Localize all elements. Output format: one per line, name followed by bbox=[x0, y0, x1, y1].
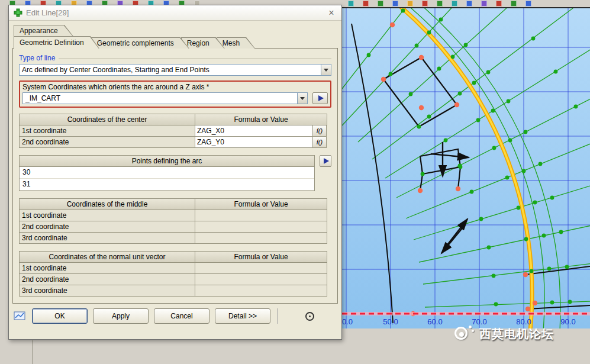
axis-tick-label: 0.0 bbox=[342, 317, 358, 326]
mesh-node[interactable] bbox=[574, 105, 578, 109]
toolbar-icon[interactable] bbox=[481, 1, 487, 7]
geometry-point[interactable] bbox=[454, 102, 459, 107]
viewport-canvas[interactable] bbox=[342, 8, 590, 328]
thumbnail-icon[interactable] bbox=[14, 311, 27, 321]
geometry-point[interactable] bbox=[419, 55, 424, 60]
mesh-node[interactable] bbox=[458, 92, 462, 96]
mesh-node[interactable] bbox=[492, 146, 496, 150]
toolbar-icon[interactable] bbox=[496, 1, 502, 7]
edit-points-button[interactable] bbox=[320, 155, 331, 167]
geometry-point[interactable] bbox=[419, 105, 424, 110]
geometry-line[interactable] bbox=[458, 167, 460, 189]
geometry-point[interactable] bbox=[381, 77, 386, 82]
mesh-node[interactable] bbox=[409, 92, 413, 96]
tab-appearance[interactable]: Appearance bbox=[14, 25, 73, 36]
mesh-node[interactable] bbox=[533, 201, 537, 205]
mesh-node[interactable] bbox=[487, 246, 491, 250]
toolbar-icon[interactable] bbox=[511, 1, 517, 7]
mesh-node[interactable] bbox=[367, 53, 371, 57]
mesh-node[interactable] bbox=[547, 267, 552, 271]
mesh-node[interactable] bbox=[508, 138, 512, 143]
mesh-node[interactable] bbox=[550, 196, 554, 200]
toolbar-icon[interactable] bbox=[363, 1, 369, 7]
center-x-field[interactable]: ZAG_X0 bbox=[195, 125, 313, 137]
mesh-node[interactable] bbox=[486, 70, 491, 75]
geometry-line[interactable] bbox=[420, 174, 423, 191]
toolbar-icon[interactable] bbox=[348, 1, 354, 7]
toolbar-icon[interactable] bbox=[437, 1, 443, 7]
geometry-point[interactable] bbox=[525, 307, 530, 311]
mesh-node[interactable] bbox=[565, 265, 569, 269]
mesh-node[interactable] bbox=[417, 125, 421, 129]
graphics-viewport[interactable]: 0.050.060.070.080.090.0 bbox=[342, 7, 590, 328]
mesh-node[interactable] bbox=[439, 18, 443, 22]
ok-button[interactable]: OK bbox=[32, 308, 88, 324]
mesh-node[interactable] bbox=[530, 269, 534, 273]
mesh-node[interactable] bbox=[421, 172, 425, 176]
arc-points-list[interactable]: 30 31 bbox=[19, 166, 315, 191]
geometry-point[interactable] bbox=[533, 301, 537, 305]
arc-point-item[interactable]: 31 bbox=[20, 179, 314, 191]
geometry-point[interactable] bbox=[418, 188, 423, 193]
toolbar-icon[interactable] bbox=[378, 1, 383, 7]
mesh-node[interactable] bbox=[554, 70, 558, 74]
toolbar-icon[interactable] bbox=[466, 1, 472, 7]
coord-system-select[interactable]: _IM_CART bbox=[22, 92, 308, 104]
mesh-node[interactable] bbox=[539, 162, 543, 166]
mesh-node[interactable] bbox=[459, 165, 463, 169]
mesh-node[interactable] bbox=[444, 138, 448, 143]
mesh-node[interactable] bbox=[437, 67, 441, 71]
mesh-node[interactable] bbox=[479, 217, 483, 221]
geometry-point[interactable] bbox=[390, 22, 395, 27]
mesh-node[interactable] bbox=[464, 43, 468, 47]
mesh-node[interactable] bbox=[492, 274, 496, 278]
mesh-node[interactable] bbox=[507, 99, 511, 104]
mesh-node[interactable] bbox=[415, 44, 419, 48]
mesh-node[interactable] bbox=[451, 55, 455, 59]
detail-button[interactable]: Detail >> bbox=[215, 308, 270, 324]
mesh-node[interactable] bbox=[531, 37, 536, 41]
arc-point-item[interactable]: 30 bbox=[20, 167, 314, 179]
dialog-titlebar[interactable]: Edit Line[29] × bbox=[9, 5, 341, 21]
tab-geometric-complements[interactable]: Geometric complements bbox=[91, 37, 189, 49]
mesh-node[interactable] bbox=[568, 300, 572, 304]
mesh-node[interactable] bbox=[427, 115, 431, 119]
edit-coord-system-button[interactable] bbox=[312, 92, 328, 104]
mesh-node[interactable] bbox=[470, 190, 474, 194]
cancel-button[interactable]: Cancel bbox=[154, 308, 209, 324]
geometry-line[interactable] bbox=[528, 305, 590, 309]
toolbar-icon[interactable] bbox=[525, 1, 531, 7]
formula-button[interactable]: f() bbox=[312, 136, 327, 148]
line-type-select[interactable]: Arc defined by Center Coordinates, Start… bbox=[19, 64, 331, 76]
formula-button[interactable]: f() bbox=[312, 125, 327, 137]
mesh-node[interactable] bbox=[491, 109, 495, 113]
tab-geometric-definition[interactable]: Geometric Definition bbox=[14, 36, 99, 49]
mesh-node[interactable] bbox=[550, 301, 554, 305]
close-icon[interactable]: × bbox=[326, 8, 337, 18]
mesh-node[interactable] bbox=[505, 176, 510, 180]
chevron-down-icon[interactable] bbox=[297, 93, 307, 104]
mesh-node[interactable] bbox=[494, 302, 498, 307]
chevron-down-icon[interactable] bbox=[321, 65, 331, 75]
mesh-node[interactable] bbox=[542, 234, 546, 238]
geometry-point[interactable] bbox=[456, 186, 460, 191]
toolbar-icon[interactable] bbox=[407, 1, 413, 7]
mesh-node[interactable] bbox=[476, 118, 481, 123]
mesh-node[interactable] bbox=[559, 230, 563, 234]
geometry-point[interactable] bbox=[523, 272, 528, 277]
apply-button[interactable]: Apply bbox=[93, 308, 149, 324]
mesh-node[interactable] bbox=[472, 81, 476, 85]
toolbar-icon[interactable] bbox=[422, 1, 428, 7]
mesh-node[interactable] bbox=[389, 72, 393, 76]
table-header: Coordinates of the middle bbox=[19, 198, 195, 210]
mesh-node[interactable] bbox=[524, 237, 528, 241]
mesh-node[interactable] bbox=[524, 130, 528, 134]
mesh-node[interactable] bbox=[427, 31, 431, 35]
mesh-node[interactable] bbox=[522, 169, 526, 173]
round-icon-button[interactable] bbox=[285, 308, 334, 324]
mesh-node[interactable] bbox=[517, 206, 521, 210]
toolbar-icon[interactable] bbox=[452, 1, 457, 7]
toolbar-icon[interactable] bbox=[392, 1, 398, 7]
center-y-field[interactable]: ZAG_Y0 bbox=[195, 136, 313, 148]
mesh-node[interactable] bbox=[401, 9, 405, 13]
